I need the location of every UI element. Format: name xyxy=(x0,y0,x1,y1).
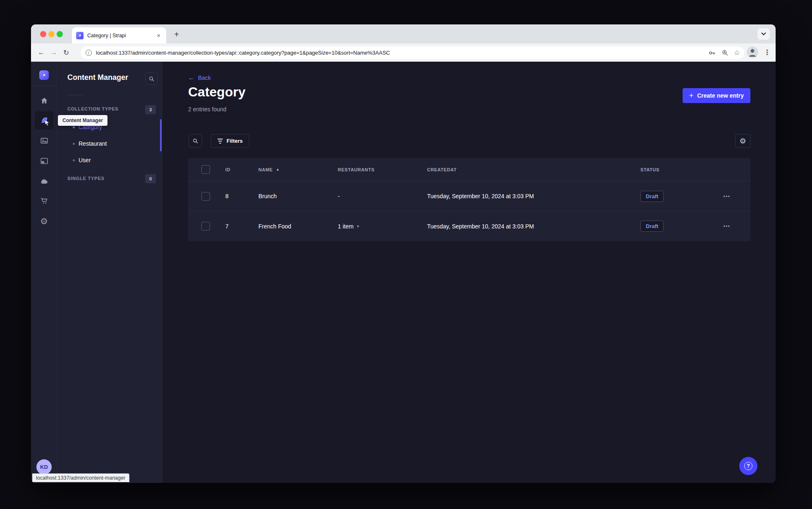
gear-icon: ⚙ xyxy=(739,137,746,146)
browser-profile-avatar[interactable] xyxy=(747,46,758,58)
table-header-row: ID NAME▲ RESTAURANTS CREATEDAT STATUS xyxy=(188,158,750,181)
address-bar[interactable]: i localhost:1337/admin/content-manager/c… xyxy=(81,46,744,59)
status-badge: Draft xyxy=(640,221,664,232)
browser-toolbar: ← → ↻ i localhost:1337/admin/content-man… xyxy=(31,43,776,62)
bookmark-star-icon[interactable]: ☆ xyxy=(734,48,740,57)
status-cell: Draft xyxy=(640,221,719,232)
row-actions-button[interactable]: ⋯ xyxy=(719,223,730,230)
content-manager-icon[interactable] xyxy=(35,111,53,130)
create-new-entry-button[interactable]: + Create new entry xyxy=(683,88,750,103)
collection-types-list: CategoryRestaurantUser xyxy=(57,119,162,168)
page-title: Category xyxy=(188,84,246,100)
chevron-down-icon: ▾ xyxy=(357,224,359,228)
strapi-app: ⚙ KD Content Manager COLLECTION TYPES 3 … xyxy=(31,62,776,483)
browser-tab[interactable]: Category | Strapi × xyxy=(72,27,166,43)
restaurants-count: 1 item xyxy=(338,223,353,230)
tab-title: Category | Strapi xyxy=(87,33,155,38)
actions-cell: ⋯ xyxy=(719,222,750,230)
subnav-search-button[interactable] xyxy=(145,72,158,85)
back-link[interactable]: ← Back xyxy=(188,74,211,82)
cell-createdat: Tuesday, September 10, 2024 at 3:03 PM xyxy=(427,193,640,199)
checkbox-cell xyxy=(188,222,225,230)
main-nav-rail: ⚙ KD xyxy=(31,62,57,483)
cell-id: 7 xyxy=(225,223,258,230)
desktop: Category | Strapi × + ← → ↻ i localhost:… xyxy=(0,0,812,509)
sort-asc-icon: ▲ xyxy=(276,168,280,171)
column-header-name[interactable]: NAME▲ xyxy=(258,167,338,172)
bullet-icon xyxy=(73,159,75,161)
select-all-checkbox[interactable] xyxy=(201,165,210,174)
subnav-item-restaurant[interactable]: Restaurant xyxy=(57,135,162,152)
checkbox-cell xyxy=(188,192,225,201)
table-search-button[interactable] xyxy=(189,134,202,148)
column-header-createdat[interactable]: CREATEDAT xyxy=(427,167,640,172)
bullet-icon xyxy=(73,143,75,145)
column-header-status[interactable]: STATUS xyxy=(640,167,719,172)
collection-types-badge: 3 xyxy=(145,105,156,114)
single-types-label: SINGLE TYPES xyxy=(67,176,105,181)
single-types-badge: 0 xyxy=(145,174,156,183)
plus-icon: + xyxy=(689,92,694,99)
browser-menu-kebab-icon[interactable]: ⋮ xyxy=(764,48,771,57)
view-settings-button[interactable]: ⚙ xyxy=(735,134,750,148)
status-cell: Draft xyxy=(640,191,719,202)
strapi-logo[interactable] xyxy=(39,70,49,80)
strapi-favicon-icon xyxy=(76,32,84,39)
tab-close-icon[interactable]: × xyxy=(155,32,162,39)
content-type-builder-icon[interactable] xyxy=(35,153,53,169)
help-button[interactable]: ? xyxy=(739,457,757,475)
marketplace-cart-icon[interactable] xyxy=(35,192,53,209)
cell-restaurants[interactable]: 1 item▾ xyxy=(338,223,427,230)
entries-count: 2 entries found xyxy=(188,106,227,113)
window-zoom-button[interactable] xyxy=(57,31,63,37)
back-arrow-icon: ← xyxy=(188,74,195,82)
subnav-item-label: User xyxy=(79,157,91,163)
column-header-restaurants[interactable]: RESTAURANTS xyxy=(338,167,427,172)
row-actions-button[interactable]: ⋯ xyxy=(719,193,730,200)
tab-search-chevron-icon[interactable] xyxy=(757,28,770,40)
cell-createdat: Tuesday, September 10, 2024 at 3:03 PM xyxy=(427,223,640,230)
collection-types-label: COLLECTION TYPES xyxy=(67,106,118,111)
media-library-icon[interactable] xyxy=(35,132,53,149)
cursor-pointer-icon xyxy=(45,120,50,126)
filters-button[interactable]: Filters xyxy=(211,134,249,148)
filter-icon xyxy=(217,139,223,144)
browser-forward-icon[interactable]: → xyxy=(48,46,60,59)
zoom-icon[interactable] xyxy=(721,49,729,57)
link-status-tooltip: localhost:1337/admin/content-manager xyxy=(32,473,129,482)
cloud-icon[interactable] xyxy=(35,173,53,189)
main-content: ← Back Category 2 entries found + Create… xyxy=(162,62,776,483)
row-checkbox[interactable] xyxy=(201,192,210,201)
subnav-title: Content Manager xyxy=(67,73,128,82)
browser-back-icon[interactable]: ← xyxy=(35,46,48,59)
actions-cell: ⋯ xyxy=(719,192,750,200)
subnav-scrollbar-thumb[interactable] xyxy=(160,119,162,151)
table-body: 8Brunch-Tuesday, September 10, 2024 at 3… xyxy=(188,181,750,241)
entries-table: ID NAME▲ RESTAURANTS CREATEDAT STATUS 8B… xyxy=(188,158,750,241)
cell-restaurants: - xyxy=(338,193,427,199)
cell-name: French Food xyxy=(258,223,338,230)
row-checkbox[interactable] xyxy=(201,222,210,230)
browser-reload-icon[interactable]: ↻ xyxy=(60,46,72,59)
site-info-icon[interactable]: i xyxy=(86,50,92,56)
url-text[interactable]: localhost:1337/admin/content-manager/col… xyxy=(96,50,390,56)
home-icon[interactable] xyxy=(35,92,53,109)
cell-id: 8 xyxy=(225,193,258,199)
password-key-icon[interactable] xyxy=(708,49,716,57)
browser-window: Category | Strapi × + ← → ↻ i localhost:… xyxy=(31,24,776,483)
new-tab-button[interactable]: + xyxy=(171,29,182,40)
table-row[interactable]: 7French Food1 item▾Tuesday, September 10… xyxy=(188,211,750,241)
settings-gear-icon[interactable]: ⚙ xyxy=(35,213,53,229)
subnav-item-user[interactable]: User xyxy=(57,152,162,168)
bullet-icon xyxy=(73,126,75,128)
rail-divider xyxy=(31,86,57,86)
back-label: Back xyxy=(198,74,211,81)
user-avatar[interactable]: KD xyxy=(36,459,52,475)
window-close-button[interactable] xyxy=(40,31,46,37)
status-badge: Draft xyxy=(640,191,664,202)
column-header-id[interactable]: ID xyxy=(225,167,258,172)
subnav-item-label: Restaurant xyxy=(79,140,107,147)
table-row[interactable]: 8Brunch-Tuesday, September 10, 2024 at 3… xyxy=(188,181,750,211)
content-manager-tooltip: Content Manager xyxy=(58,115,107,126)
window-minimize-button[interactable] xyxy=(48,31,55,37)
